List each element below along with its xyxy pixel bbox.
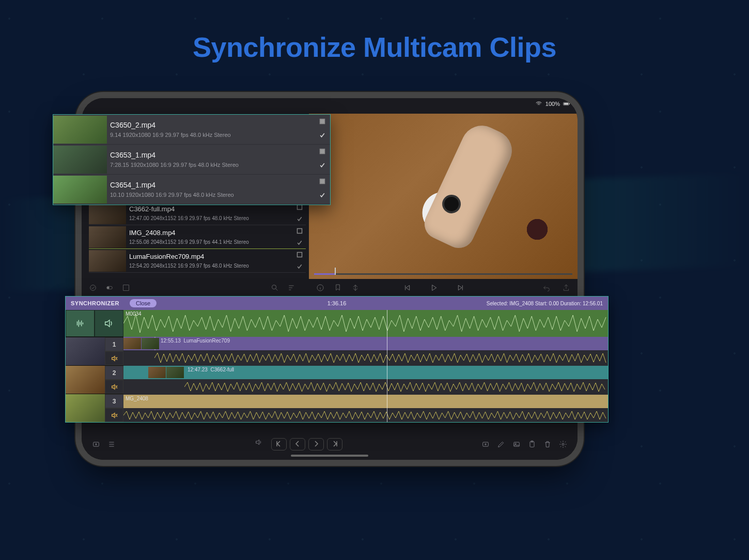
clip-flag-icon[interactable]: [319, 118, 325, 125]
clip-check-icon[interactable]: [319, 162, 325, 168]
track-clip-name: MG_2408: [126, 396, 148, 401]
track-clip-name: LumaFusionRec709: [184, 338, 230, 344]
clip-flag-icon[interactable]: [319, 148, 325, 154]
nav-first-button[interactable]: [271, 438, 287, 450]
svg-point-7: [272, 285, 276, 289]
clip-name: C3650_2.mp4: [110, 120, 315, 131]
sync-track-2-video[interactable]: 12:47.23 C3662-full: [123, 366, 608, 379]
clip-flag-icon[interactable]: [297, 252, 303, 258]
clip-check-icon[interactable]: [297, 240, 303, 246]
waveform-mode-button[interactable]: [66, 310, 95, 337]
svg-rect-14: [514, 442, 520, 446]
track-number[interactable]: 2: [105, 366, 123, 380]
svg-rect-1: [564, 103, 569, 104]
nav-next-button[interactable]: [308, 438, 324, 450]
timecode: 1:36.16: [327, 300, 347, 306]
clip-thumbnail: [89, 250, 126, 272]
track-thumbnail: [66, 337, 105, 365]
sync-track-3-video[interactable]: MG_2408: [123, 395, 608, 408]
sync-track-header[interactable]: 1: [66, 337, 123, 365]
volume-icon[interactable]: [255, 438, 263, 446]
add-source-icon[interactable]: [92, 440, 100, 448]
clip-row[interactable]: LumaFusionRec709.mp4 12:54.20 2048x1152 …: [89, 249, 306, 273]
selected-clip-info: Selected: IMG_2408 Start: 0.00 Duration:…: [487, 301, 603, 306]
wifi-icon: [535, 100, 542, 107]
marker-icon[interactable]: [334, 284, 342, 292]
track-mute-button[interactable]: [105, 351, 123, 365]
synchronizer-timeline[interactable]: M0034 12:55.13 LumaFusionRec709 12:47.23…: [123, 310, 608, 422]
sync-track-3-audio[interactable]: [123, 408, 608, 422]
sync-track-header[interactable]: 2: [66, 365, 123, 394]
nav-last-button[interactable]: [327, 438, 342, 450]
undo-icon[interactable]: [542, 284, 551, 292]
clip-meta: 10.10 1920x1080 16:9 29.97 fps 48.0 kHz …: [110, 191, 315, 199]
clip-row[interactable]: IMG_2408.mp4 12:55.08 2048x1152 16:9 29.…: [89, 225, 306, 249]
nav-prev-button[interactable]: [290, 438, 305, 450]
status-bar: 100%: [535, 100, 570, 107]
info-icon[interactable]: [316, 284, 324, 292]
svg-rect-6: [123, 285, 129, 291]
svg-point-18: [562, 443, 564, 445]
skip-forward-icon[interactable]: [457, 284, 465, 292]
clip-check-icon[interactable]: [319, 132, 325, 138]
clip-row[interactable]: C3654_1.mp4 10.10 1920x1080 16:9 29.97 f…: [53, 175, 330, 205]
svg-point-5: [107, 287, 109, 289]
transport-bar: [89, 280, 570, 295]
sort-icon[interactable]: [287, 284, 295, 292]
synchronizer-header: SYNCHRONIZER Close 1:36.16 Selected: IMG…: [66, 297, 608, 310]
share-icon[interactable]: [562, 284, 570, 292]
sync-track-header[interactable]: 3: [66, 394, 123, 422]
clip-thumbnail: [53, 176, 107, 204]
home-indicator[interactable]: [291, 455, 368, 457]
settings-icon[interactable]: [559, 440, 567, 448]
sync-track-1-audio[interactable]: [123, 350, 608, 366]
sync-track-2-audio[interactable]: [123, 379, 608, 395]
playhead[interactable]: [387, 310, 387, 422]
toggle-icon[interactable]: [105, 284, 114, 292]
clip-check-icon[interactable]: [297, 216, 303, 222]
track-number[interactable]: 1: [105, 337, 123, 351]
track-mute-button[interactable]: [105, 380, 123, 394]
play-icon[interactable]: [430, 284, 438, 292]
clip-flag-icon[interactable]: [319, 178, 325, 184]
clip-thumbnail: [89, 203, 126, 224]
select-all-icon[interactable]: [89, 284, 97, 292]
waveform-icon: [74, 318, 86, 329]
svg-rect-10: [298, 229, 302, 234]
clip-check-icon[interactable]: [297, 263, 303, 270]
mute-icon: [111, 355, 118, 362]
track-number[interactable]: 3: [105, 394, 123, 408]
clip-flag-icon[interactable]: [297, 228, 303, 234]
preview-player[interactable]: [309, 114, 578, 279]
clip-flag-icon[interactable]: [297, 204, 303, 210]
svg-rect-21: [320, 179, 325, 183]
track-time: 12:47.23: [188, 367, 208, 372]
view-icon[interactable]: [122, 284, 130, 292]
sync-track-reference[interactable]: M0034: [123, 310, 608, 337]
clip-name: LumaFusionRec709.mp4: [129, 252, 293, 262]
clip-check-icon[interactable]: [319, 192, 325, 198]
snap-icon[interactable]: [351, 284, 360, 292]
close-button[interactable]: Close: [130, 299, 157, 307]
search-icon[interactable]: [271, 284, 279, 292]
preview-scrubbar[interactable]: [314, 273, 572, 275]
clip-name: IMG_2408.mp4: [129, 228, 293, 238]
audio-mode-button[interactable]: [95, 310, 123, 337]
sync-track-1-video[interactable]: 12:55.13 LumaFusionRec709: [123, 337, 608, 350]
media-icon[interactable]: [512, 440, 521, 448]
skip-back-icon[interactable]: [403, 284, 411, 292]
edit-icon[interactable]: [497, 440, 505, 448]
clip-name: C3654_1.mp4: [110, 180, 315, 191]
track-mute-button[interactable]: [105, 408, 123, 422]
track-thumbnail: [66, 366, 105, 394]
clip-thumbnail: [89, 226, 126, 248]
add-clip-icon[interactable]: [481, 440, 490, 448]
clip-row[interactable]: C3650_2.mp4 9.14 1920x1080 16:9 29.97 fp…: [53, 115, 330, 145]
clipboard-icon[interactable]: [528, 440, 536, 448]
clip-row[interactable]: C3653_1.mp4 7:28.15 1920x1080 16:9 29.97…: [53, 145, 330, 175]
trash-icon[interactable]: [543, 440, 552, 448]
battery-text: 100%: [545, 101, 560, 107]
clip-selection-popup: C3650_2.mp4 9.14 1920x1080 16:9 29.97 fp…: [53, 114, 331, 205]
list-icon[interactable]: [107, 440, 116, 448]
synchronizer-left-controls: 1 2 3: [66, 310, 123, 422]
